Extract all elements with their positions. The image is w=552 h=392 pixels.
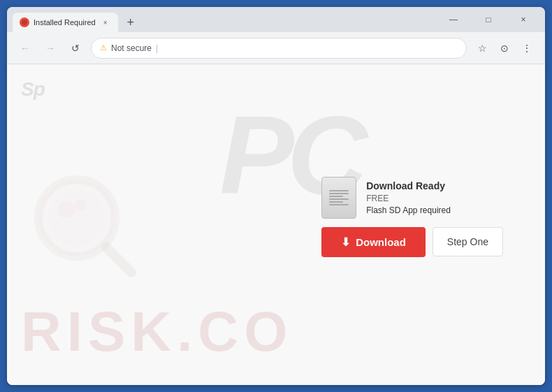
watermark-sp: Sp — [21, 78, 45, 101]
svg-point-3 — [58, 201, 75, 218]
app-requirement: Flash SD App required — [366, 205, 451, 215]
svg-point-0 — [38, 180, 115, 256]
tab-favicon — [20, 17, 29, 27]
download-area: Download Ready FREE Flash SD App require… — [321, 177, 503, 257]
download-icon: ⬇ — [341, 235, 350, 249]
tab-strip: Installed Required × + — [13, 7, 437, 32]
icon-line-3 — [329, 196, 343, 197]
active-tab[interactable]: Installed Required × — [13, 13, 118, 32]
address-actions: ☆ ⊙ ⋮ — [472, 38, 537, 58]
browser-window: Installed Required × + — □ × ← → ↺ ⚠ Not… — [7, 7, 545, 385]
step-label: Step One — [447, 236, 488, 247]
download-info: Download Ready FREE Flash SD App require… — [321, 177, 451, 219]
download-button[interactable]: ⬇ Download — [321, 227, 426, 257]
app-price: FREE — [366, 194, 451, 203]
icon-line-1 — [329, 190, 349, 191]
svg-point-1 — [49, 190, 105, 246]
menu-button[interactable]: ⋮ — [517, 38, 537, 58]
svg-point-4 — [75, 200, 86, 211]
app-title: Download Ready — [366, 180, 451, 191]
close-button[interactable]: × — [507, 10, 539, 29]
new-tab-button[interactable]: + — [121, 13, 140, 32]
icon-line-4 — [329, 198, 349, 200]
tab-close-button[interactable]: × — [100, 17, 111, 28]
icon-lines — [329, 190, 349, 205]
refresh-button[interactable]: ↺ — [66, 38, 85, 58]
step-one-button[interactable]: Step One — [433, 227, 503, 256]
omnibox[interactable]: ⚠ Not secure | — [91, 38, 467, 59]
window-controls: — □ × — [437, 10, 539, 29]
page-content: Sp PC RISK.CO — [7, 64, 545, 385]
title-bar: Installed Required × + — □ × — [7, 7, 545, 32]
omnibox-separator: | — [156, 43, 158, 53]
icon-line-2 — [329, 193, 349, 194]
magnifier-icon — [28, 169, 140, 281]
maximize-button[interactable]: □ — [472, 10, 504, 29]
icon-line-5 — [329, 201, 343, 203]
watermark-risk: RISK.CO — [21, 300, 293, 364]
tab-title: Installed Required — [34, 18, 96, 27]
bookmark-button[interactable]: ☆ — [472, 38, 492, 58]
forward-button[interactable]: → — [41, 38, 60, 58]
download-label: Download — [356, 236, 406, 248]
security-label: Not secure — [111, 43, 152, 53]
app-details: Download Ready FREE Flash SD App require… — [366, 180, 451, 215]
minimize-button[interactable]: — — [437, 10, 470, 29]
address-bar: ← → ↺ ⚠ Not secure | ☆ ⊙ ⋮ — [7, 32, 545, 64]
app-icon — [321, 177, 356, 219]
back-button[interactable]: ← — [15, 38, 35, 58]
icon-line-6 — [329, 204, 349, 205]
security-icon: ⚠ — [100, 43, 107, 52]
download-buttons: ⬇ Download Step One — [321, 227, 503, 257]
svg-line-2 — [106, 247, 131, 273]
account-button[interactable]: ⊙ — [495, 38, 514, 58]
